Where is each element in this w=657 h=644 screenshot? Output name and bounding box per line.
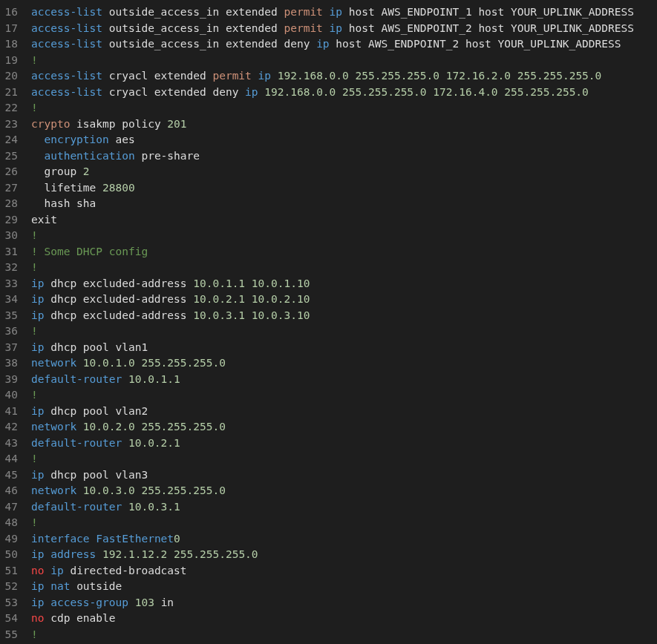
code-line[interactable]: 36! xyxy=(0,323,657,340)
code-content[interactable]: ! Some DHCP config xyxy=(31,244,657,260)
code-line[interactable]: 29exit xyxy=(0,212,657,229)
code-content[interactable]: hash sha xyxy=(31,196,657,212)
code-content[interactable]: ip dhcp pool vlan3 xyxy=(31,467,657,484)
code-line[interactable]: 41ip dhcp pool vlan2 xyxy=(0,404,657,420)
token-default xyxy=(271,70,278,82)
token-num: 10.0.2.1 xyxy=(193,293,245,305)
code-content[interactable]: ! xyxy=(31,260,657,276)
code-line[interactable]: 40! xyxy=(0,387,657,404)
code-content[interactable]: no cdp enable xyxy=(31,611,657,627)
token-default xyxy=(44,597,50,608)
code-line[interactable]: 35ip dhcp excluded-address 10.0.3.1 10.0… xyxy=(0,308,657,324)
code-line[interactable]: 24 encryption aes xyxy=(0,132,657,148)
code-content[interactable]: lifetime 28800 xyxy=(31,180,657,197)
line-number: 47 xyxy=(0,499,31,516)
token-num: 2 xyxy=(83,165,90,177)
code-line[interactable]: 22! xyxy=(0,100,657,116)
token-default xyxy=(31,150,44,162)
code-content[interactable]: ip nat outside xyxy=(31,579,657,595)
code-line[interactable]: 42network 10.0.2.0 255.255.255.0 xyxy=(0,419,657,436)
token-default: cdp enable xyxy=(44,612,115,624)
code-content[interactable]: access-list outside_access_in extended d… xyxy=(31,36,657,53)
token-comment: ! xyxy=(31,54,38,66)
code-line[interactable]: 32! xyxy=(0,260,657,276)
code-content[interactable]: ! xyxy=(31,53,657,69)
token-default: cryacl extended xyxy=(102,70,212,82)
code-line[interactable]: 53ip access-group 103 in xyxy=(0,595,657,611)
code-content[interactable]: encryption aes xyxy=(31,132,657,148)
code-line[interactable]: 46network 10.0.3.0 255.255.255.0 xyxy=(0,483,657,499)
code-line[interactable]: 17access-list outside_access_in extended… xyxy=(0,21,657,37)
code-line[interactable]: 19! xyxy=(0,53,657,69)
code-content[interactable]: default-router 10.0.3.1 xyxy=(31,499,657,516)
code-line[interactable]: 21access-list cryacl extended deny ip 19… xyxy=(0,85,657,101)
code-content[interactable]: ! xyxy=(31,627,657,643)
code-content[interactable]: network 10.0.1.0 255.255.255.0 xyxy=(31,355,657,372)
code-line[interactable]: 23crypto isakmp policy 201 xyxy=(0,116,657,133)
token-num: 201 xyxy=(167,118,186,130)
token-default: aes xyxy=(109,134,135,145)
code-content[interactable]: ! xyxy=(31,387,657,404)
code-content[interactable]: group 2 xyxy=(31,164,657,180)
code-content[interactable]: access-list cryacl extended deny ip 192.… xyxy=(31,85,657,101)
code-content[interactable]: ! xyxy=(31,228,657,244)
code-content[interactable]: access-list outside_access_in extended p… xyxy=(31,21,657,37)
code-content[interactable]: crypto isakmp policy 201 xyxy=(31,116,657,133)
token-num: 0 xyxy=(174,533,180,545)
code-content[interactable]: ip dhcp pool vlan1 xyxy=(31,340,657,356)
code-line[interactable]: 34ip dhcp excluded-address 10.0.2.1 10.0… xyxy=(0,292,657,308)
code-content[interactable]: authentication pre-share xyxy=(31,148,657,165)
code-line[interactable]: 43default-router 10.0.2.1 xyxy=(0,436,657,452)
token-comment: ! xyxy=(31,229,38,241)
code-content[interactable]: no ip directed-broadcast xyxy=(31,563,657,579)
code-line[interactable]: 44! xyxy=(0,451,657,467)
code-line[interactable]: 39default-router 10.0.1.1 xyxy=(0,372,657,388)
code-line[interactable]: 16access-list outside_access_in extended… xyxy=(0,4,657,21)
code-content[interactable]: ip dhcp pool vlan2 xyxy=(31,404,657,420)
code-content[interactable]: access-list outside_access_in extended p… xyxy=(31,4,657,21)
code-content[interactable]: ip dhcp excluded-address 10.0.2.1 10.0.2… xyxy=(31,292,657,308)
code-content[interactable]: access-list cryacl extended permit ip 19… xyxy=(31,68,657,85)
code-line[interactable]: 20access-list cryacl extended permit ip … xyxy=(0,68,657,85)
code-line[interactable]: 28 hash sha xyxy=(0,196,657,212)
code-line[interactable]: 30! xyxy=(0,228,657,244)
code-line[interactable]: 27 lifetime 28800 xyxy=(0,180,657,197)
code-line[interactable]: 50ip address 192.1.12.2 255.255.255.0 xyxy=(0,547,657,563)
code-content[interactable]: ! xyxy=(31,100,657,116)
code-content[interactable]: ip dhcp excluded-address 10.0.1.1 10.0.1… xyxy=(31,276,657,292)
token-keyword: access-group xyxy=(50,597,128,608)
token-keyword: ip xyxy=(31,548,44,560)
code-content[interactable]: interface FastEthernet0 xyxy=(31,531,657,548)
code-content[interactable]: network 10.0.2.0 255.255.255.0 xyxy=(31,419,657,436)
token-num: 255.255.255.0 xyxy=(356,70,440,82)
code-line[interactable]: 38network 10.0.1.0 255.255.255.0 xyxy=(0,355,657,372)
code-content[interactable]: exit xyxy=(31,212,657,229)
code-content[interactable]: ! xyxy=(31,323,657,340)
code-content[interactable]: ! xyxy=(31,515,657,531)
code-line[interactable]: 48! xyxy=(0,515,657,531)
code-line[interactable]: 55! xyxy=(0,627,657,643)
line-number: 43 xyxy=(0,436,31,452)
token-default: outside_access_in extended xyxy=(102,22,284,34)
code-content[interactable]: network 10.0.3.0 255.255.255.0 xyxy=(31,483,657,499)
code-content[interactable]: ip address 192.1.12.2 255.255.255.0 xyxy=(31,547,657,563)
code-line[interactable]: 25 authentication pre-share xyxy=(0,148,657,165)
code-line[interactable]: 31! Some DHCP config xyxy=(0,244,657,260)
code-line[interactable]: 51no ip directed-broadcast xyxy=(0,563,657,579)
code-line[interactable]: 26 group 2 xyxy=(0,164,657,180)
code-line[interactable]: 33ip dhcp excluded-address 10.0.1.1 10.0… xyxy=(0,276,657,292)
code-content[interactable]: ip access-group 103 in xyxy=(31,595,657,611)
code-line[interactable]: 37ip dhcp pool vlan1 xyxy=(0,340,657,356)
token-default xyxy=(427,86,434,98)
code-editor[interactable]: 16access-list outside_access_in extended… xyxy=(0,4,657,643)
code-content[interactable]: default-router 10.0.1.1 xyxy=(31,372,657,388)
code-line[interactable]: 54no cdp enable xyxy=(0,611,657,627)
code-line[interactable]: 52ip nat outside xyxy=(0,579,657,595)
code-content[interactable]: default-router 10.0.2.1 xyxy=(31,436,657,452)
code-content[interactable]: ip dhcp excluded-address 10.0.3.1 10.0.3… xyxy=(31,308,657,324)
code-line[interactable]: 18access-list outside_access_in extended… xyxy=(0,36,657,53)
code-line[interactable]: 49interface FastEthernet0 xyxy=(0,531,657,548)
code-line[interactable]: 47default-router 10.0.3.1 xyxy=(0,499,657,516)
code-content[interactable]: ! xyxy=(31,451,657,467)
code-line[interactable]: 45ip dhcp pool vlan3 xyxy=(0,467,657,484)
